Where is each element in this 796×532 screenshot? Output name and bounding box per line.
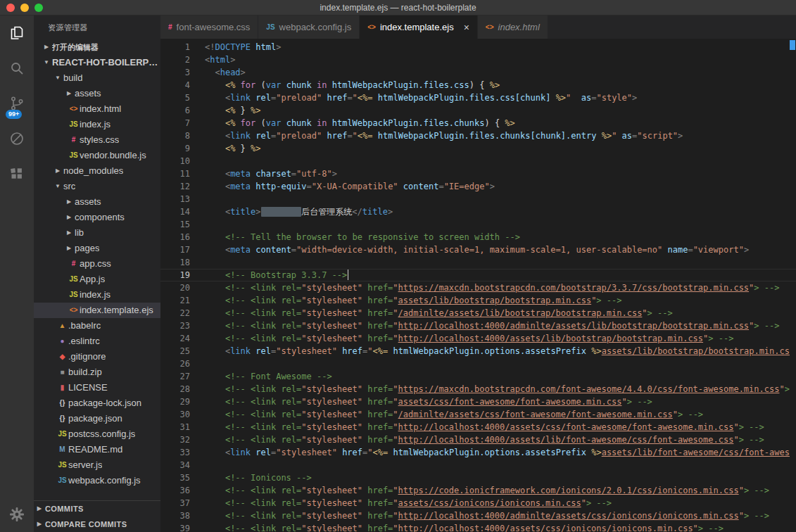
tree-item-index.js[interactable]: JSindex.js xyxy=(34,287,160,303)
code-line[interactable]: 15 xyxy=(160,218,796,231)
syntax-token: " xyxy=(693,524,698,532)
tree-item-package.json[interactable]: {}package.json xyxy=(34,411,160,426)
tree-item-.gitignore[interactable]: ◆.gitignore xyxy=(34,349,160,365)
tree-item-package-lock.json[interactable]: {}package-lock.json xyxy=(34,395,160,411)
code-line[interactable]: 3 <head> xyxy=(160,66,796,79)
code-line[interactable]: 31 <!-- <link rel="stylesheet" href="htt… xyxy=(160,421,796,433)
tree-item-components[interactable]: ▶components xyxy=(34,210,160,225)
tree-item-App.js[interactable]: JSApp.js xyxy=(34,272,160,287)
tree-item-server.js[interactable]: JSserver.js xyxy=(34,457,160,473)
tree-item-styles.css[interactable]: #styles.css xyxy=(34,132,160,148)
tree-item-vendor.bundle.js[interactable]: JSvendor.bundle.js xyxy=(34,148,160,163)
code-line[interactable]: 11 <meta charset="utf-8"> xyxy=(160,167,796,180)
tree-item-postcss.config.js[interactable]: JSpostcss.config.js xyxy=(34,426,160,442)
code-line[interactable]: 10 xyxy=(160,155,796,167)
tree-item-打开的编辑器[interactable]: ▶打开的编辑器 xyxy=(34,39,160,55)
code-line[interactable]: 14 <title> 后台管理系统</title> xyxy=(160,205,796,218)
tree-item-README.md[interactable]: MREADME.md xyxy=(34,442,160,457)
code-line[interactable]: 21 <!-- <link rel="stylesheet" href="ass… xyxy=(160,294,796,307)
code-line[interactable]: 18 xyxy=(160,256,796,269)
overview-ruler[interactable] xyxy=(789,39,796,532)
code-line[interactable]: 1<!DOCTYPE html> xyxy=(160,41,796,53)
tab-index.template.ejs[interactable]: <>index.template.ejs× xyxy=(360,15,478,39)
syntax-token: <%= xyxy=(373,448,388,457)
code-line[interactable]: 28 <!-- <link rel="stylesheet" href="htt… xyxy=(160,383,796,395)
section-COMPARE COMMITS[interactable]: ▶COMPARE COMMITS xyxy=(34,517,160,532)
tree-item-label: build xyxy=(63,70,82,86)
code-line[interactable]: 13 xyxy=(160,193,796,205)
code-line[interactable]: 22 <!-- <link rel="stylesheet" href="/ad… xyxy=(160,307,796,319)
tree-item-assets[interactable]: ▶assets xyxy=(34,194,160,210)
tab-webpack.config.js[interactable]: JSwebpack.config.js xyxy=(258,15,360,39)
tree-item-index.js[interactable]: JSindex.js xyxy=(34,117,160,132)
code-line[interactable]: 30 <!-- <link rel="stylesheet" href="/ad… xyxy=(160,408,796,421)
code-line[interactable]: 16 <!-- Tell the browser to be responsiv… xyxy=(160,231,796,243)
tab-label: index.html xyxy=(498,22,540,32)
syntax-token: " xyxy=(393,296,398,305)
syntax-token: meta xyxy=(230,245,251,255)
code-line[interactable]: 8 <link rel="preload" href="<%= htmlWebp… xyxy=(160,129,796,142)
close-window-button[interactable] xyxy=(6,4,15,12)
code-line[interactable]: 33 <link rel="stylesheet" href="<%= html… xyxy=(160,446,796,459)
code-line[interactable]: 19 <!-- Bootstrap 3.3.7 --> xyxy=(160,269,796,281)
code-line[interactable]: 12 <meta http-equiv="X-UA-Compatible" co… xyxy=(160,180,796,193)
code-line[interactable]: 25 <link rel="stylesheet" href="<%= html… xyxy=(160,345,796,357)
zoom-window-button[interactable] xyxy=(34,4,43,12)
syntax-token: > --> xyxy=(708,334,733,343)
tab-close-icon[interactable]: × xyxy=(464,23,469,32)
syntax-token: " xyxy=(367,448,372,457)
line-content: <title> 后台管理系统</title> xyxy=(205,205,393,218)
tree-item-src[interactable]: ▼src xyxy=(34,179,160,194)
explorer-icon[interactable] xyxy=(0,15,34,51)
source-control-icon[interactable]: 99+ xyxy=(0,86,34,121)
syntax-token: "stylesheet" xyxy=(301,283,362,293)
code-line[interactable]: 7 <% for (var chunk in htmlWebpackPlugin… xyxy=(160,117,796,129)
json-file-icon: {} xyxy=(56,395,68,411)
tree-item-build[interactable]: ▼build xyxy=(34,70,160,86)
code-line[interactable]: 17 <meta content="width=device-width, in… xyxy=(160,243,796,256)
code-line[interactable]: 34 xyxy=(160,459,796,471)
code-line[interactable]: 26 xyxy=(160,357,796,370)
code-line[interactable]: 38 <!-- <link rel="stylesheet" href="htt… xyxy=(160,509,796,522)
line-number: 6 xyxy=(160,104,190,117)
tree-item-pages[interactable]: ▶pages xyxy=(34,241,160,256)
tree-item-.babelrc[interactable]: ▲.babelrc xyxy=(34,318,160,334)
tree-item-.eslintrc[interactable]: ●.eslintrc xyxy=(34,334,160,349)
editor[interactable]: 1<!DOCTYPE html>2<html>3 <head>4 <% for … xyxy=(160,39,796,532)
minimize-window-button[interactable] xyxy=(20,4,29,12)
tree-item-REACT-HOT-BOILERPLATE[interactable]: ▼REACT-HOT-BOILERPLATE xyxy=(34,55,160,70)
tree-item-LICENSE[interactable]: ▮LICENSE xyxy=(34,380,160,395)
tree-item-index.html[interactable]: <>index.html xyxy=(34,101,160,117)
code-line[interactable]: 9 <% } %> xyxy=(160,142,796,155)
code-line[interactable]: 27 <!-- Font Awesome --> xyxy=(160,370,796,383)
extensions-icon[interactable] xyxy=(0,156,34,191)
section-COMMITS[interactable]: ▶COMMITS xyxy=(34,501,160,517)
tab-index.html[interactable]: <>index.html xyxy=(478,15,548,39)
tab-font-awesome.css[interactable]: #font-awesome.css xyxy=(160,15,258,39)
settings-gear-icon[interactable] xyxy=(0,497,34,532)
tree-item-node_modules[interactable]: ▶node_modules xyxy=(34,163,160,179)
code-line[interactable]: 37 <!-- <link rel="stylesheet" href="ass… xyxy=(160,497,796,509)
tree-item-lib[interactable]: ▶lib xyxy=(34,225,160,241)
code-line[interactable]: 5 <link rel="preload" href="<%= htmlWebp… xyxy=(160,91,796,104)
code-line[interactable]: 39 <!-- <link rel="stylesheet" href="htt… xyxy=(160,522,796,532)
tree-item-assets[interactable]: ▶assets xyxy=(34,86,160,101)
code-line[interactable]: 4 <% for (var chunk in htmlWebpackPlugin… xyxy=(160,79,796,91)
code-line[interactable]: 29 <!-- <link rel="stylesheet" href="ass… xyxy=(160,395,796,408)
syntax-token: </ xyxy=(352,207,362,217)
code-line[interactable]: 35 <!-- Ionicons --> xyxy=(160,471,796,484)
code-line[interactable]: 2<html> xyxy=(160,53,796,66)
code-line[interactable]: 36 <!-- <link rel="stylesheet" href="htt… xyxy=(160,484,796,497)
tree-item-build.zip[interactable]: ■build.zip xyxy=(34,365,160,380)
code-line[interactable]: 6 <% } %> xyxy=(160,104,796,117)
code-line[interactable]: 23 <!-- <link rel="stylesheet" href="htt… xyxy=(160,319,796,332)
code-line[interactable]: 20 <!-- <link rel="stylesheet" href="htt… xyxy=(160,281,796,294)
tree-item-index.template.ejs[interactable]: <>index.template.ejs xyxy=(34,303,160,318)
search-icon[interactable] xyxy=(0,51,34,86)
syntax-token: href xyxy=(327,131,347,141)
debug-icon[interactable] xyxy=(0,121,34,156)
tree-item-app.css[interactable]: #app.css xyxy=(34,256,160,272)
code-line[interactable]: 24 <!-- <link rel="stylesheet" href="htt… xyxy=(160,332,796,345)
code-line[interactable]: 32 <!-- <link rel="stylesheet" href="htt… xyxy=(160,433,796,446)
tree-item-webpack.config.js[interactable]: JSwebpack.config.js xyxy=(34,473,160,488)
